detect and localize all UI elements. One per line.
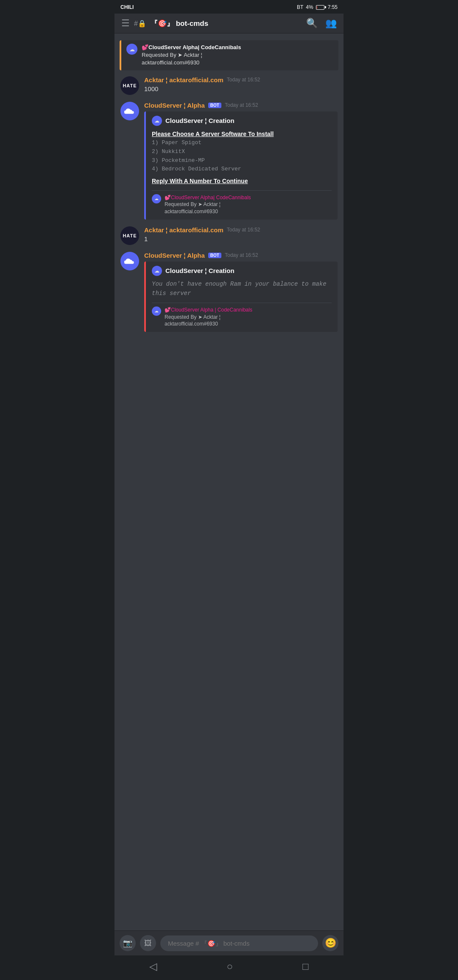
- channel-title: 『🎯』 bot-cmds: [151, 19, 302, 28]
- embed-body-line: 3) Pocketmine-MP: [152, 156, 332, 165]
- footer-line1: 💕CloudServer Alpha| CodeCannibals: [165, 195, 251, 200]
- embed-body-line: You don't have enough Ram in your balanc…: [152, 279, 332, 298]
- top-embed-line2: Requested By ➤ Acktar ¦: [142, 51, 241, 59]
- message-header: Acktar ¦ acktarofficial.com Today at 16:…: [144, 226, 338, 234]
- top-embed-line3: acktarofficial.com#6930: [142, 59, 241, 67]
- username: Acktar ¦ acktarofficial.com: [144, 226, 223, 234]
- message-text: 1000: [144, 84, 338, 94]
- embed-card: ☁ CloudServer ¦ Creation Please Choose A…: [144, 111, 338, 220]
- footer-line3: acktarofficial.com#6930: [165, 321, 218, 327]
- footer-line3: acktarofficial.com#6930: [165, 209, 218, 214]
- embed-card-body: Please Choose A Server Software To Insta…: [152, 129, 332, 186]
- embed-body-line: Please Choose A Server Software To Insta…: [152, 129, 332, 139]
- embed-footer-text: 💕CloudServer Alpha| CodeCannibals Reques…: [165, 194, 251, 215]
- embed-body-line: 4) Bedrock Dedicated Server: [152, 165, 332, 174]
- carrier-signal: CHILI: [120, 4, 134, 10]
- emoji-button[interactable]: 😊: [322, 935, 338, 951]
- battery-percent: 4%: [306, 4, 313, 10]
- username: Acktar ¦ acktarofficial.com: [144, 76, 223, 84]
- avatar: HATE: [120, 76, 139, 95]
- timestamp: Today at 16:52: [225, 102, 258, 108]
- message-header: CloudServer ¦ Alpha BOT Today at 16:52: [144, 252, 338, 259]
- bot-badge: BOT: [208, 253, 221, 258]
- message-row: HATE Acktar ¦ acktarofficial.com Today a…: [114, 73, 344, 98]
- timestamp: Today at 16:52: [225, 252, 258, 258]
- avatar: [120, 252, 139, 270]
- message-input[interactable]: [160, 935, 318, 951]
- embed-footer-icon: ☁: [152, 306, 161, 316]
- bluetooth-icon: BT: [297, 4, 303, 10]
- message-header: CloudServer ¦ Alpha BOT Today at 16:52: [144, 102, 338, 109]
- message-content: Acktar ¦ acktarofficial.com Today at 16:…: [144, 76, 338, 94]
- home-button[interactable]: ○: [226, 961, 233, 972]
- message-content: Acktar ¦ acktarofficial.com Today at 16:…: [144, 226, 338, 244]
- embed-card-title: CloudServer ¦ Creation: [165, 117, 235, 124]
- top-embed-text: 💕CloudServer Alpha| CodeCannibals Reques…: [142, 44, 241, 67]
- message-row: CloudServer ¦ Alpha BOT Today at 16:52 ☁…: [114, 248, 344, 335]
- input-bar: 📷 🖼 😊: [114, 930, 344, 955]
- embed-card-icon: ☁: [152, 116, 162, 126]
- username: CloudServer ¦ Alpha: [144, 102, 205, 109]
- embed-body-line: 2) NukkitX: [152, 148, 332, 156]
- back-button[interactable]: ◁: [149, 961, 157, 972]
- message-header: Acktar ¦ acktarofficial.com Today at 16:…: [144, 76, 338, 84]
- embed-footer-text: 💕CloudServer Alpha | CodeCannibals Reque…: [165, 306, 252, 328]
- channel-hash-lock: #🔒: [134, 19, 146, 28]
- messages-area: ☁ 💕CloudServer Alpha| CodeCannibals Requ…: [114, 33, 344, 930]
- search-button[interactable]: 🔍: [306, 18, 318, 29]
- top-embed-icon: ☁: [126, 44, 137, 55]
- menu-button[interactable]: ☰: [121, 18, 130, 29]
- embed-card-icon: ☁: [152, 266, 162, 276]
- recent-button[interactable]: □: [302, 961, 309, 972]
- footer-line2: Requested By ➤ Acktar ¦: [165, 201, 221, 207]
- status-bar: CHILI BT 4% 7:55: [114, 0, 344, 14]
- message-content: CloudServer ¦ Alpha BOT Today at 16:52 ☁…: [144, 252, 338, 332]
- image-button[interactable]: 🖼: [140, 935, 156, 951]
- clock: 7:55: [328, 4, 338, 10]
- nav-bar: ◁ ○ □: [114, 955, 344, 980]
- footer-line1: 💕CloudServer Alpha | CodeCannibals: [165, 307, 252, 313]
- top-embed-title-line1: 💕CloudServer Alpha| CodeCannibals: [142, 44, 241, 51]
- embed-footer: ☁ 💕CloudServer Alpha| CodeCannibals Requ…: [152, 190, 332, 215]
- embed-card: ☁ CloudServer ¦ Creation You don't have …: [144, 262, 338, 332]
- embed-footer-icon: ☁: [152, 194, 161, 203]
- embed-body-line: Reply With A Number To Continue: [152, 176, 332, 186]
- avatar: [120, 102, 139, 120]
- battery-icon: [316, 5, 324, 10]
- timestamp: Today at 16:52: [227, 227, 260, 233]
- header: ☰ #🔒 『🎯』 bot-cmds 🔍 👥: [114, 14, 344, 33]
- message-text: 1: [144, 234, 338, 244]
- footer-line2: Requested By ➤ Acktar ¦: [165, 314, 221, 320]
- camera-button[interactable]: 📷: [120, 935, 136, 951]
- bot-badge: BOT: [208, 103, 221, 108]
- top-quoted-embed: ☁ 💕CloudServer Alpha| CodeCannibals Requ…: [120, 40, 338, 70]
- channel-icon: #🔒: [134, 19, 146, 28]
- embed-card-header: ☁ CloudServer ¦ Creation: [152, 266, 332, 276]
- header-actions: 🔍 👥: [306, 18, 337, 29]
- avatar: HATE: [120, 226, 139, 245]
- members-button[interactable]: 👥: [325, 18, 337, 29]
- embed-footer: ☁ 💕CloudServer Alpha | CodeCannibals Req…: [152, 303, 332, 328]
- message-content: CloudServer ¦ Alpha BOT Today at 16:52 ☁…: [144, 102, 338, 220]
- cloud-avatar-icon: [124, 106, 135, 117]
- username: CloudServer ¦ Alpha: [144, 252, 205, 259]
- embed-card-header: ☁ CloudServer ¦ Creation: [152, 116, 332, 126]
- avatar-text: HATE: [123, 233, 137, 238]
- embed-card-body: You don't have enough Ram in your balanc…: [152, 279, 332, 298]
- cloud-avatar-icon: [124, 256, 135, 267]
- message-row: HATE Acktar ¦ acktarofficial.com Today a…: [114, 223, 344, 248]
- message-row: CloudServer ¦ Alpha BOT Today at 16:52 ☁…: [114, 98, 344, 223]
- status-right: BT 4% 7:55: [297, 4, 338, 10]
- avatar-text: HATE: [123, 83, 137, 88]
- embed-body-line: 1) Paper Spigot: [152, 139, 332, 148]
- embed-card-title: CloudServer ¦ Creation: [165, 267, 235, 274]
- timestamp: Today at 16:52: [227, 77, 260, 83]
